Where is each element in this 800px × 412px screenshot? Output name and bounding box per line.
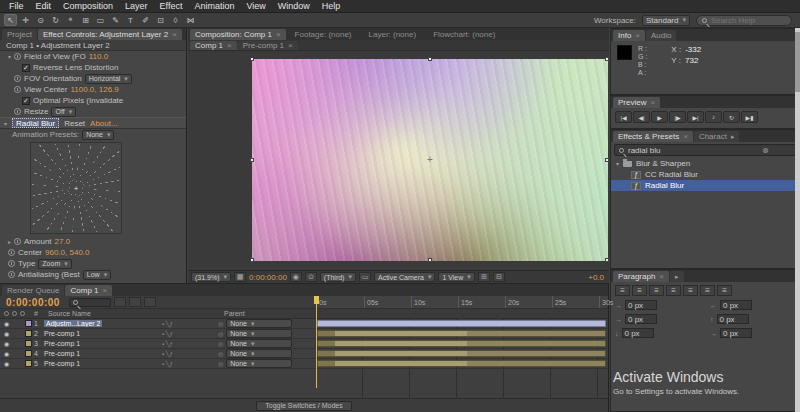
amount-value[interactable]: 27.0	[55, 237, 71, 246]
pan-behind-tool-icon[interactable]: ⊞	[79, 14, 92, 26]
eye-icon[interactable]	[0, 340, 22, 347]
effect-item-cc-radial-blur[interactable]: CC Radial Blur	[611, 169, 799, 180]
selection-handle[interactable]	[605, 57, 609, 61]
tab-project[interactable]: Project	[2, 29, 37, 40]
anchor-point-crosshair[interactable]: +	[427, 154, 433, 165]
layer-row-3[interactable]: 3 Pre-comp 1 None	[0, 339, 608, 349]
selection-handle[interactable]	[250, 57, 254, 61]
pixel-aspect-icon[interactable]	[478, 272, 490, 282]
zoom-tool-icon[interactable]: ⊙	[34, 14, 47, 26]
about-button[interactable]: About...	[90, 119, 118, 128]
indent-right-field[interactable]: 0 px	[720, 300, 752, 310]
menu-edit[interactable]: Edit	[30, 1, 58, 11]
justify-last-left-button[interactable]: ≡	[666, 285, 681, 296]
layer-name[interactable]: Pre-comp 1	[44, 360, 162, 367]
camera-tool-icon[interactable]: ⌖	[64, 14, 77, 26]
blur-center-crosshair[interactable]: +	[74, 184, 79, 193]
align-left-button[interactable]: ≡	[615, 285, 630, 296]
help-search-input[interactable]	[711, 16, 781, 25]
close-icon[interactable]	[172, 30, 177, 39]
stopwatch-icon[interactable]	[14, 86, 21, 93]
first-line-indent-field[interactable]: 0 px	[625, 314, 657, 324]
layer-name[interactable]: Pre-comp 1	[44, 340, 162, 347]
radial-blur-direction-widget[interactable]: +	[30, 142, 122, 234]
justify-last-right-button[interactable]: ≡	[700, 285, 715, 296]
layer-duration-bar[interactable]	[317, 360, 606, 367]
tab-timeline-comp1[interactable]: Comp 1	[65, 285, 112, 296]
reverse-lens-checkbox[interactable]	[22, 64, 30, 72]
menu-help[interactable]: Help	[316, 1, 347, 11]
clear-search-icon[interactable]	[762, 146, 769, 155]
eraser-tool-icon[interactable]: ◊	[169, 14, 182, 26]
brush-tool-icon[interactable]: ✐	[139, 14, 152, 26]
current-timecode[interactable]: 0:00:00:00	[0, 297, 66, 308]
hanging-indent-field[interactable]: 0 px	[720, 328, 752, 338]
selection-handle[interactable]	[428, 57, 432, 61]
close-icon[interactable]	[659, 272, 664, 281]
layer-name[interactable]: Pre-comp 1	[44, 350, 162, 357]
snapshot-icon[interactable]	[290, 272, 302, 282]
selection-handle[interactable]	[250, 158, 254, 162]
comp-tab-comp1[interactable]: Comp 1	[190, 41, 237, 50]
panel-overflow[interactable]	[670, 271, 684, 282]
source-name-header[interactable]: Source Name	[46, 310, 166, 317]
layer-color-swatch[interactable]	[25, 350, 32, 357]
hand-tool-icon[interactable]: ✛	[19, 14, 32, 26]
antialiasing-dropdown[interactable]: Low	[83, 270, 111, 280]
stopwatch-icon[interactable]	[14, 238, 21, 245]
selection-handle[interactable]	[428, 258, 432, 262]
layer-color-swatch[interactable]	[25, 320, 32, 327]
layer-switches[interactable]	[162, 340, 218, 347]
parent-dropdown[interactable]: None	[226, 319, 292, 328]
parent-header[interactable]: Parent	[224, 310, 316, 317]
tab-layer[interactable]: Layer: (none)	[361, 29, 425, 40]
magnification-dropdown[interactable]: (31.9%)	[191, 272, 231, 282]
tab-render-queue[interactable]: Render Queue	[2, 285, 64, 296]
layer-row-5[interactable]: 5 Pre-comp 1 None	[0, 359, 608, 369]
first-frame-button[interactable]: |◀	[615, 111, 632, 123]
comp-tab-precomp1[interactable]: Pre-comp 1	[238, 41, 298, 50]
layer-duration-bar[interactable]	[317, 330, 606, 337]
stopwatch-icon[interactable]	[8, 260, 15, 267]
next-frame-button[interactable]: |▶	[669, 111, 686, 123]
audio-toggle[interactable]: ♪	[705, 111, 722, 123]
tab-composition[interactable]: Composition: Comp 1	[190, 29, 286, 40]
loop-toggle[interactable]: ↻	[723, 111, 740, 123]
grid-guides-icon[interactable]	[234, 272, 246, 282]
eye-icon[interactable]	[0, 350, 22, 357]
tab-character[interactable]: Charact	[694, 131, 740, 142]
stopwatch-icon[interactable]	[8, 271, 15, 278]
effect-item-radial-blur[interactable]: Radial Blur	[611, 180, 799, 191]
view-layout-dropdown[interactable]: 1 View	[438, 272, 474, 282]
align-right-button[interactable]: ≡	[649, 285, 664, 296]
tab-preview[interactable]: Preview	[613, 97, 660, 108]
pickwhip-icon[interactable]	[218, 340, 223, 347]
stopwatch-icon[interactable]	[14, 75, 21, 82]
type-tool-icon[interactable]: T	[124, 14, 137, 26]
tab-paragraph[interactable]: Paragraph	[613, 271, 669, 282]
justify-last-center-button[interactable]: ≡	[683, 285, 698, 296]
layer-duration-bar[interactable]	[317, 320, 606, 327]
stopwatch-icon[interactable]	[14, 53, 21, 60]
workspace-dropdown[interactable]: Standard	[642, 15, 690, 26]
layer-duration-bar[interactable]	[317, 340, 606, 347]
tab-info[interactable]: Info	[613, 30, 645, 41]
chevron-right-icon[interactable]: ▸	[8, 238, 11, 245]
selection-handle[interactable]	[250, 258, 254, 262]
eye-icon[interactable]	[0, 360, 22, 367]
layer-row-2[interactable]: 2 Pre-comp 1 None	[0, 329, 608, 339]
selection-handle[interactable]	[605, 158, 609, 162]
close-icon[interactable]	[288, 41, 293, 50]
frame-blending-icon[interactable]	[144, 297, 156, 307]
layer-color-swatch[interactable]	[25, 330, 32, 337]
pickwhip-icon[interactable]	[218, 350, 223, 357]
resolution-dropdown[interactable]: (Third)	[320, 272, 356, 282]
pickwhip-icon[interactable]	[218, 360, 223, 367]
eye-icon[interactable]	[0, 330, 22, 337]
selection-handle[interactable]	[605, 258, 609, 262]
effects-search-input[interactable]	[628, 146, 758, 155]
type-dropdown[interactable]: Zoom	[38, 259, 71, 269]
puppet-pin-tool-icon[interactable]: ⋈	[184, 14, 197, 26]
center-value[interactable]: 960.0, 540.0	[45, 248, 89, 257]
effects-search-box[interactable]	[614, 144, 796, 156]
